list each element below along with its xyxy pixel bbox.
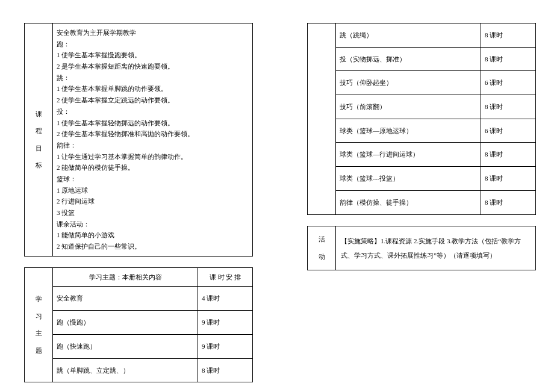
theme-cell: 投（实物掷远、掷准） [336,47,481,71]
label-char: 题 [28,342,49,359]
table-row: 球类（篮球—原地运球） 6 课时 [308,119,536,143]
objective-line: 2 使学生基本掌握轻物掷准和高抛的动作要领。 [57,128,249,140]
theme-cell: 球类（篮球---投篮） [336,167,481,191]
label-char: 目 [28,140,49,157]
hours-cell: 8 课时 [481,143,536,167]
theme-cell: 韵律（模仿操、徒手操） [336,190,481,214]
study-header-theme: 学习主题：本册相关内容 [53,267,198,287]
study-table-left: 学 习 主 题 学习主题：本册相关内容 课 时 安 排 安全教育 4 课时 跑（… [24,267,253,382]
objective-line: 3 投篮 [57,207,249,219]
table-row: 技巧（前滚翻） 8 课时 [308,95,536,119]
table-row: 安全教育 4 课时 [25,287,253,311]
activity-label: 活 动 [308,226,336,270]
objective-line: 2 使学生基本掌握立定跳远的动作要领。 [57,95,249,106]
label-char: 习 [28,308,49,325]
hours-cell: 8 课时 [198,358,253,382]
activity-content: 【实施策略】1.课程资源 2.实施手段 3.教学方法（包括“教学方式、学习方式、… [336,226,536,270]
objective-line: 2 知道保护自己的一些常识。 [57,241,249,252]
study-label: 学 习 主 题 [25,267,53,382]
hours-cell: 9 课时 [198,334,253,358]
objectives-label: 课 程 目 标 [25,23,53,257]
label-char: 学 [28,290,49,308]
hours-cell: 8 课时 [481,47,536,71]
table-row: 跳（跳绳） 8 课时 [308,23,536,48]
theme-cell: 跳（跳绳） [336,23,481,48]
hours-cell: 6 课时 [481,71,536,95]
hours-cell: 8 课时 [481,95,536,119]
objective-line: 2 是学生基本掌握短距离的快速跑要领。 [57,61,249,72]
theme-cell: 安全教育 [53,287,198,311]
objective-line: 课余活动： [57,219,249,230]
table-row: 跳（单脚跳、立定跳、） 8 课时 [25,358,253,382]
hours-cell: 8 课时 [481,190,536,214]
hours-cell: 9 课时 [198,311,253,335]
objective-line: 1 使学生基本掌握单脚跳的动作要领。 [57,83,249,95]
label-char: 主 [28,325,49,342]
table-row: 韵律（模仿操、徒手操） 8 课时 [308,190,536,214]
theme-cell: 跑（慢跑） [53,311,198,335]
objective-line: 篮球： [57,173,249,185]
hours-cell: 8 课时 [481,167,536,191]
objective-line: 2 行进间运球 [57,196,249,207]
objective-line: 1 使学生基本掌握慢跑要领。 [57,49,249,61]
table-row: 跑（快速跑） 9 课时 [25,334,253,358]
hours-cell: 4 课时 [198,287,253,311]
objective-line: 安全教育为主开展学期教学 [57,27,249,39]
activity-table: 活 动 【实施策略】1.课程资源 2.实施手段 3.教学方法（包括“教学方式、学… [307,226,536,270]
label-char: 标 [28,157,49,174]
hours-cell: 8 课时 [481,23,536,48]
objective-line: 1 让学生通过学习基本掌握简单的韵律动作。 [57,151,249,163]
theme-cell: 技巧（前滚翻） [336,95,481,119]
table-row: 跑（慢跑） 9 课时 [25,311,253,335]
objective-line: 1 原地运球 [57,185,249,196]
right-page: 跳（跳绳） 8 课时 投（实物掷远、掷准） 8 课时 技巧（仰卧起坐） 6 课时… [307,23,536,270]
objective-line: 跳： [57,72,249,84]
hours-cell: 6 课时 [481,119,536,143]
theme-cell: 球类（篮球—原地运球） [336,119,481,143]
theme-cell: 跳（单脚跳、立定跳、） [53,358,198,382]
objective-line: 投： [57,106,249,117]
objective-line: 2 能做简单的模仿徒手操。 [57,162,249,173]
label-char: 课 [28,105,49,123]
theme-cell: 跑（快速跑） [53,334,198,358]
study-label-cont [308,23,336,215]
objective-line: 1 使学生基本掌握轻物掷远的动作要领。 [57,117,249,129]
objectives-content: 安全教育为主开展学期教学 跑： 1 使学生基本掌握慢跑要领。 2 是学生基本掌握… [53,23,253,257]
table-row: 技巧（仰卧起坐） 6 课时 [308,71,536,95]
theme-cell: 技巧（仰卧起坐） [336,71,481,95]
objective-line: 跑： [57,39,249,50]
table-row: 球类（篮球—行进间运球） 8 课时 [308,143,536,167]
table-row: 球类（篮球---投篮） 8 课时 [308,167,536,191]
left-page: 课 程 目 标 安全教育为主开展学期教学 跑： 1 使学生基本掌握慢跑要领。 2… [24,23,253,382]
objective-line: 韵律： [57,140,249,151]
table-row: 投（实物掷远、掷准） 8 课时 [308,47,536,71]
study-table-right: 跳（跳绳） 8 课时 投（实物掷远、掷准） 8 课时 技巧（仰卧起坐） 6 课时… [307,23,536,215]
study-header-hours: 课 时 安 排 [198,267,253,287]
label-char: 活 [311,231,332,248]
objective-line: 1 能做简单的小游戏 [57,229,249,241]
objectives-table: 课 程 目 标 安全教育为主开展学期教学 跑： 1 使学生基本掌握慢跑要领。 2… [24,23,253,257]
theme-cell: 球类（篮球—行进间运球） [336,143,481,167]
label-char: 动 [311,248,332,266]
label-char: 程 [28,122,49,140]
